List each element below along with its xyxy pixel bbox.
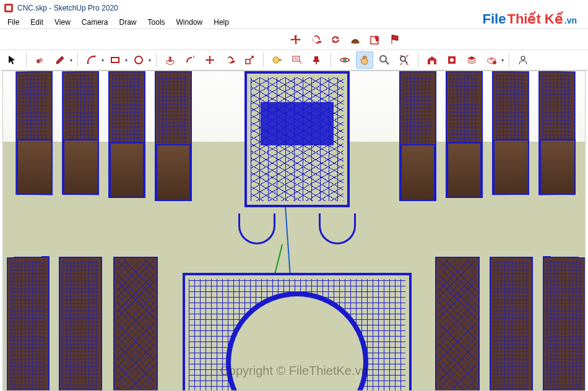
svg-point-6 (94, 56, 96, 58)
svg-point-23 (521, 56, 525, 60)
panel (110, 142, 144, 198)
panel (540, 139, 576, 195)
svg-rect-14 (316, 62, 317, 64)
svg-point-17 (380, 56, 386, 62)
screen-stand (238, 71, 356, 244)
panel (447, 142, 482, 198)
panel (7, 256, 50, 391)
svg-point-5 (87, 62, 89, 64)
rect-tool[interactable] (106, 51, 124, 69)
pencil-tool[interactable] (51, 51, 69, 69)
panel (490, 257, 533, 391)
menu-window[interactable]: Window (171, 17, 208, 28)
text-tool[interactable]: A1 (288, 51, 306, 69)
eraser-tool[interactable] (32, 51, 49, 69)
tape-tool[interactable] (269, 51, 286, 69)
move-tool[interactable] (201, 51, 218, 69)
panel (113, 257, 158, 391)
toolbar-row-2: ▾▾▾▾A1▾ (0, 49, 588, 71)
offset-tool[interactable] (181, 51, 199, 69)
svg-rect-1 (6, 6, 11, 11)
zoom-tool[interactable] (376, 51, 393, 69)
panel (493, 139, 529, 195)
user-tool[interactable] (514, 51, 532, 69)
pushpull-tool[interactable] (162, 51, 179, 69)
svg-text:A1: A1 (294, 57, 299, 61)
panel (63, 139, 99, 195)
menu-view[interactable]: View (50, 17, 76, 28)
menu-help[interactable]: Help (209, 17, 234, 28)
dropdown-caret-icon[interactable]: ▾ (125, 58, 128, 63)
warehouse-tool[interactable] (423, 51, 441, 69)
panel (59, 257, 102, 391)
panel (17, 139, 53, 195)
select-tool[interactable] (4, 51, 21, 69)
dropdown-caret-icon[interactable]: ▾ (70, 58, 72, 63)
flag-icon[interactable] (386, 31, 404, 48)
toolbar-separator (156, 53, 157, 67)
orbit-tool[interactable] (336, 51, 353, 69)
toolbar-separator (77, 53, 78, 67)
menu-edit[interactable]: Edit (25, 17, 48, 28)
svg-point-8 (135, 56, 142, 64)
pan-tool[interactable] (356, 51, 373, 69)
svg-point-21 (450, 58, 454, 62)
dropdown-caret-icon[interactable]: ▾ (501, 58, 504, 63)
dropdown-caret-icon[interactable]: ▾ (102, 58, 104, 63)
svg-point-22 (493, 61, 496, 64)
app-icon (4, 3, 14, 13)
menu-tools[interactable]: Tools (143, 17, 170, 28)
sync-icon[interactable] (327, 31, 344, 48)
svg-rect-7 (111, 58, 119, 62)
rotate-tool[interactable] (221, 51, 238, 69)
panel (400, 144, 435, 201)
toolbar-separator (26, 53, 27, 67)
dropdown-caret-icon[interactable]: ▾ (149, 58, 151, 63)
toolbar-row-1 (0, 28, 588, 49)
round-gate (183, 273, 412, 391)
viewport-3d[interactable]: Copyright © FileThietKe.vn (2, 71, 586, 391)
panel (156, 144, 191, 201)
watermark-logo: File Thiết Kế .vn (483, 11, 577, 27)
svg-rect-11 (279, 59, 282, 61)
svg-point-18 (400, 56, 405, 61)
menu-draw[interactable]: Draw (115, 17, 142, 28)
extension-tool[interactable] (443, 51, 460, 69)
toolbar-separator (418, 53, 418, 67)
menu-file[interactable]: File (2, 17, 24, 28)
svg-rect-19 (430, 61, 434, 64)
panel (435, 257, 480, 391)
window-title: CNC.skp - SketchUp Pro 2020 (17, 4, 118, 12)
scale-tool[interactable] (241, 51, 258, 69)
move-all-icon[interactable] (287, 31, 305, 48)
rotate-red-icon[interactable] (307, 31, 324, 48)
zoom-extents-tool[interactable] (396, 51, 413, 69)
shell-icon[interactable] (347, 31, 364, 48)
paint-tool[interactable] (308, 51, 326, 69)
svg-rect-9 (246, 59, 250, 64)
menu-camera[interactable]: Camera (77, 17, 113, 28)
svg-point-10 (273, 57, 279, 63)
export-icon[interactable] (366, 31, 384, 48)
layers-tool[interactable] (463, 51, 480, 69)
toolbar-separator (263, 53, 264, 67)
circle-tool[interactable] (130, 51, 147, 69)
toolbar-separator (331, 53, 331, 67)
panel (543, 256, 586, 391)
arc-tool[interactable] (83, 51, 100, 69)
component-tool[interactable] (483, 51, 500, 69)
toolbar-separator (509, 53, 509, 67)
svg-point-15 (343, 58, 347, 62)
